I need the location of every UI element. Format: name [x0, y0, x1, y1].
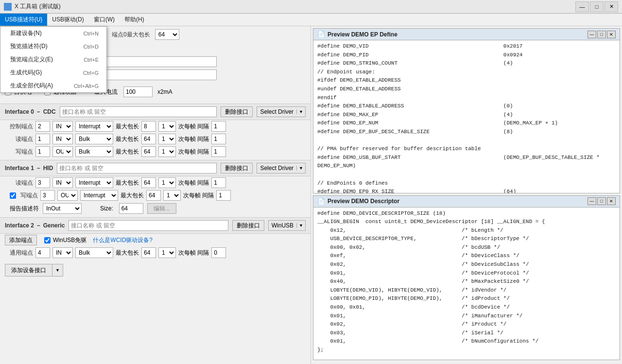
max-current-input[interactable]: [123, 87, 153, 97]
ep-define-title: Preview DEMO EP Define: [328, 31, 397, 38]
interface-2-name-input[interactable]: [69, 220, 228, 231]
ep-define-maximize[interactable]: □: [597, 31, 606, 38]
ep1-write-type[interactable]: InterruptBulkIsochronous: [80, 190, 118, 201]
ep-define-window: 📄 Preview DEMO EP Define — □ ✕ #define D…: [313, 28, 620, 193]
ep1-read-mult[interactable]: 123: [158, 177, 176, 188]
ep2-generic-mult[interactable]: 123: [158, 247, 176, 258]
ep0-ctrl-type[interactable]: InterruptBulkIsochronous: [75, 121, 113, 132]
ep0-label: 端点0最大包长: [112, 31, 150, 39]
interface-1-delete-btn[interactable]: 删除接口: [221, 163, 253, 173]
app-icon: [4, 3, 12, 11]
ep1-write-num[interactable]: [40, 190, 55, 201]
report-size-input[interactable]: [119, 203, 143, 214]
ep1-read-maxpkt[interactable]: [141, 177, 156, 188]
ep0-write-dir[interactable]: OUTIN: [52, 146, 73, 157]
ep2-generic-maxpkt[interactable]: [141, 247, 156, 258]
interface-1-label: Interface 1 － HID: [5, 164, 53, 173]
ep1-write-maxpkt[interactable]: [146, 190, 161, 201]
descriptor-close[interactable]: ✕: [607, 197, 616, 205]
ep0-write-interval[interactable]: [211, 146, 226, 157]
interface-1-name-input[interactable]: [57, 163, 217, 173]
winusb-checkbox[interactable]: [44, 237, 51, 243]
report-size-label: Size:: [100, 205, 113, 212]
ep0-read-maxpkt[interactable]: [141, 134, 156, 144]
ep0-write-mult[interactable]: 123: [158, 146, 176, 157]
ep0-write-maxpkt[interactable]: [141, 146, 156, 157]
app-title: X 工具箱 (测试版): [15, 2, 61, 11]
ep0-read-type[interactable]: BulkInterruptIsochronous: [75, 134, 113, 144]
ep0-ctrl-dir[interactable]: INOUT: [52, 121, 73, 132]
right-panel: 📄 Preview DEMO EP Define — □ ✕ #define D…: [311, 26, 622, 364]
dropdown-menu: 新建设备(N) Ctrl+N 预览描述符(D) Ctrl+D 预览端点定义(E)…: [0, 26, 107, 93]
report-desc-select[interactable]: InOut In Out: [43, 203, 82, 214]
descriptor-title-bar: 📄 Preview DEMO Descriptor — □ ✕: [313, 196, 620, 208]
ep0-write-num[interactable]: [35, 146, 50, 157]
ep0-ctrl-num[interactable]: [35, 121, 50, 132]
ep0-select[interactable]: 64 32 16 8: [155, 29, 179, 40]
descriptor-content: #define DEMO_DEVICE_DESCRIPTOR_SIZE (18)…: [313, 208, 620, 360]
add-interface-container: 添加设备接口 ▼: [5, 264, 306, 277]
menu-usb-desc[interactable]: USB描述符(U): [0, 14, 47, 26]
ep0-ctrl-maxpkt[interactable]: [141, 121, 156, 132]
minimize-button[interactable]: —: [575, 1, 589, 12]
menu-new-device[interactable]: 新建设备(N) Ctrl+N: [0, 27, 106, 40]
ep-define-close[interactable]: ✕: [607, 31, 616, 38]
add-interface-btn[interactable]: 添加设备接口: [5, 264, 52, 277]
ep1-read-type[interactable]: InterruptBulkIsochronous: [75, 177, 113, 188]
ep0-read-interval[interactable]: [211, 134, 226, 144]
endpoint-0-write: 写端点 OUTIN BulkInterruptIsochronous 最大包长 …: [0, 145, 311, 158]
report-edit-btn[interactable]: 编辑...: [147, 203, 176, 214]
ep1-write-checkbox[interactable]: [10, 192, 16, 199]
menu-preview-endpoints[interactable]: 预览端点定义(E) Ctrl+E: [0, 53, 106, 66]
interface-1-select-btn[interactable]: Select Driver ▼: [257, 163, 306, 173]
interface-0-select-btn[interactable]: Select Driver ▼: [257, 106, 306, 117]
window-controls: — □ ✕: [575, 1, 618, 12]
ep1-read-interval[interactable]: [211, 177, 226, 188]
menu-generate-code[interactable]: 生成代码(G) Ctrl+G: [0, 66, 106, 79]
ep0-read-num[interactable]: [35, 134, 50, 144]
add-interface-dropdown-btn[interactable]: ▼: [52, 264, 63, 277]
descriptor-window: 📄 Preview DEMO Descriptor — □ ✕ #define …: [313, 195, 620, 361]
menu-window[interactable]: 窗口(W): [89, 14, 120, 26]
winusb-row: 添加端点 WinUSB免驱 什么是WCID驱动设备?: [0, 234, 311, 246]
dropdown-overlay: 新建设备(N) Ctrl+N 预览描述符(D) Ctrl+D 预览端点定义(E)…: [0, 26, 107, 93]
ep0-read-mult[interactable]: 123: [158, 134, 176, 144]
ep1-write-interval[interactable]: [216, 190, 231, 201]
ep0-ctrl-mult[interactable]: 123: [158, 121, 176, 132]
menu-usb-driver[interactable]: USB驱动(D): [47, 14, 88, 26]
ep-define-minimize[interactable]: —: [587, 31, 596, 38]
ep1-read-num[interactable]: [35, 177, 50, 188]
menu-bar: USB描述符(U) USB驱动(D) 窗口(W) 帮助(H): [0, 14, 622, 26]
maximize-button[interactable]: □: [590, 1, 604, 12]
endpoint-1-read: 读端点 INOUT InterruptBulkIsochronous 最大包长 …: [0, 176, 311, 189]
report-desc-label: 报告描述符: [10, 205, 39, 213]
descriptor-minimize[interactable]: —: [587, 197, 596, 205]
ep2-generic-dir[interactable]: INOUT: [52, 247, 73, 258]
add-endpoint-btn[interactable]: 添加端点: [5, 235, 37, 245]
interface-2-delete-btn[interactable]: 删除接口: [232, 220, 264, 231]
ep2-generic-type[interactable]: BulkInterruptIsochronous: [75, 247, 113, 258]
interface-1-header: Interface 1 － HID 删除接口 Select Driver ▼: [0, 160, 311, 176]
max-current-unit: x2mA: [157, 88, 173, 95]
ep0-write-type[interactable]: BulkInterruptIsochronous: [75, 146, 113, 157]
menu-preview-descriptor[interactable]: 预览描述符(D) Ctrl+D: [0, 40, 106, 53]
ep2-generic-num[interactable]: [35, 247, 50, 258]
ep0-ctrl-interval[interactable]: [211, 121, 226, 132]
ep0-read-dir[interactable]: INOUT: [52, 134, 73, 144]
interface-2-header: Interface 2 － Generic 删除接口 WinUSB ▼: [0, 217, 311, 234]
title-bar: X 工具箱 (测试版) — □ ✕: [0, 0, 622, 14]
interface-0-delete-btn[interactable]: 删除接口: [221, 106, 253, 117]
ep1-write-dir[interactable]: OUTIN: [57, 190, 78, 201]
interface-2-winusb-btn[interactable]: WinUSB ▼: [268, 220, 306, 231]
descriptor-maximize[interactable]: □: [597, 197, 606, 205]
ep-define-title-bar: 📄 Preview DEMO EP Define — □ ✕: [313, 29, 620, 40]
close-button[interactable]: ✕: [605, 1, 618, 12]
endpoint-0-read: 读端点 INOUT BulkInterruptIsochronous 最大包长 …: [0, 133, 311, 145]
menu-generate-all-code[interactable]: 生成全部代码(A) Ctrl+Alt+G: [0, 79, 106, 92]
ep2-generic-interval[interactable]: [211, 247, 226, 258]
menu-help[interactable]: 帮助(H): [120, 14, 149, 26]
wcid-link[interactable]: 什么是WCID驱动设备?: [93, 236, 153, 244]
interface-0-name-input[interactable]: [60, 106, 217, 117]
ep1-write-mult[interactable]: 123: [163, 190, 181, 201]
ep1-read-dir[interactable]: INOUT: [52, 177, 73, 188]
